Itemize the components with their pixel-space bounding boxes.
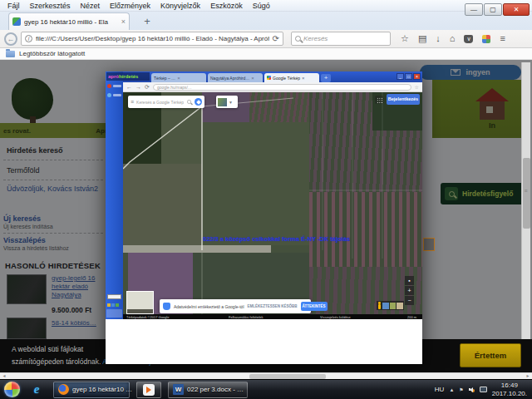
- taskbar-media-button[interactable]: [136, 382, 161, 398]
- hidden-icons-arrow[interactable]: ▲: [449, 387, 454, 392]
- bookmark-star-icon[interactable]: ☆: [401, 34, 409, 43]
- site-logo: apróhirdetés: [106, 72, 150, 81]
- pegman-figure-icon[interactable]: [377, 302, 382, 309]
- inner-maximize-button[interactable]: □: [405, 73, 412, 80]
- hamburger-menu-icon[interactable]: ≡: [500, 34, 505, 43]
- inner-new-tab-button[interactable]: +: [321, 74, 331, 82]
- desktop-screen: Fájl Szerkesztés Nézet Előzmények Könyvj…: [0, 0, 532, 399]
- scrollbar-thumb[interactable]: [523, 158, 530, 229]
- inner-window-controls: _ □ ×: [397, 73, 421, 80]
- volume-icon[interactable]: [469, 387, 475, 392]
- search-icon: [295, 36, 301, 42]
- google-apps-icon[interactable]: [375, 96, 383, 104]
- privacy-text: Adatvédelmi emlékeztető a Google-tól: [174, 304, 244, 309]
- attribution-copyright: Térképadatok ©2017 Google: [126, 315, 169, 319]
- maps-search-placeholder: Keresés a Google Térképen: [136, 100, 184, 105]
- maps-favicon-icon: [267, 76, 271, 80]
- taskbar-clock[interactable]: 16:49 2017.10.20.: [492, 382, 527, 397]
- satellite-map[interactable]: 022/3 a középső csikokkal forma É-NY -DK…: [123, 92, 422, 314]
- menu-edit[interactable]: Szerkesztés: [26, 2, 75, 10]
- toolbar-icons: ☆ ▤ ↓ ⌂ ∨ ≡: [401, 34, 505, 43]
- display-icon[interactable]: [480, 387, 487, 392]
- scroll-right-arrow[interactable]: ▸: [524, 373, 532, 379]
- url-bar[interactable]: i file:///C:/Users/User/Desktop/gyep 16 …: [21, 32, 283, 46]
- map-type-thumbnail: [218, 98, 227, 106]
- clock-date: 2017.10.20.: [492, 390, 527, 397]
- zoom-in-button[interactable]: +: [405, 286, 414, 295]
- pegman-icon[interactable]: ▪: [405, 276, 414, 285]
- firefox-menubar: Fájl Szerkesztés Nézet Előzmények Könyvj…: [0, 0, 532, 12]
- browser-tab[interactable]: gyep 16 hektár10 millió - Ela ×: [8, 12, 130, 30]
- vertical-scrollbar[interactable]: [521, 62, 530, 372]
- menu-file[interactable]: Fájl: [3, 2, 24, 10]
- start-button[interactable]: [4, 382, 20, 397]
- menu-tools[interactable]: Eszközök: [206, 2, 247, 10]
- inner-browser-window: Térkép – …× Nagytálya Apróhird…× Google …: [123, 71, 422, 319]
- map-attribution-bar: Térképadatok ©2017 Google Felhasználási …: [123, 314, 422, 319]
- maximize-button[interactable]: ▢: [484, 3, 502, 16]
- imagery-strip[interactable]: [377, 301, 404, 310]
- menu-help[interactable]: Súgó: [249, 2, 274, 10]
- maps-search-box[interactable]: ≡ Keresés a Google Térképen: [128, 96, 204, 108]
- menu-bookmarks[interactable]: Könyvjelzők: [156, 2, 204, 10]
- inner-bookmark-icon[interactable]: ☆: [415, 84, 419, 90]
- menu-view[interactable]: Nézet: [76, 2, 105, 10]
- language-indicator[interactable]: HU: [435, 386, 445, 393]
- navigation-toolbar: ← i file:///C:/Users/User/Desktop/gyep 1…: [0, 30, 532, 48]
- reload-icon[interactable]: ⟳: [273, 34, 279, 43]
- search-input[interactable]: Keresés: [291, 32, 391, 46]
- library-icon[interactable]: ▤: [418, 34, 426, 43]
- minimize-button[interactable]: —: [465, 3, 483, 16]
- tab-close-icon[interactable]: ×: [121, 17, 126, 26]
- inner-tab-2[interactable]: Nagytálya Apróhird…×: [208, 73, 263, 82]
- word-icon: W: [173, 384, 184, 395]
- page-info-icon[interactable]: i: [25, 35, 32, 42]
- action-center-flag-icon[interactable]: ⚑: [459, 387, 463, 392]
- system-tray: HU ▲ ⚑ 16:49 2017.10.20.: [435, 382, 532, 397]
- inner-tab-1[interactable]: Térkép – …×: [151, 73, 206, 82]
- lightbox-image-popup[interactable]: apróhirdetés Térkép – …× Nagytálya Apróh…: [106, 71, 422, 364]
- taskbar-word-button[interactable]: W 022 per 3.docx - …: [168, 382, 248, 398]
- attribution-terms[interactable]: Felhasználási feltételek: [229, 315, 264, 319]
- bookmark-most-visited[interactable]: Legtöbbször látogatott: [19, 50, 85, 57]
- internet-explorer-icon[interactable]: e: [27, 382, 47, 398]
- imagery-thumb[interactable]: [397, 303, 403, 309]
- privacy-later-link[interactable]: EMLÉKEZTESSEN KÉSŐBB: [248, 304, 298, 308]
- signin-button[interactable]: Bejelentkezés: [387, 94, 420, 105]
- scroll-left-arrow[interactable]: ◂: [0, 373, 8, 379]
- hamburger-icon[interactable]: ≡: [131, 99, 134, 106]
- home-icon[interactable]: ⌂: [450, 34, 456, 43]
- inner-forward-icon[interactable]: →: [135, 83, 141, 91]
- imagery-thumb[interactable]: [382, 303, 389, 309]
- close-button[interactable]: ✕: [503, 3, 530, 16]
- menu-history[interactable]: Előzmények: [106, 2, 155, 10]
- shield-icon: [163, 303, 170, 310]
- inner-minimize-button[interactable]: _: [397, 73, 404, 80]
- directions-icon[interactable]: [195, 98, 202, 106]
- cookie-accept-button[interactable]: Értettem: [460, 343, 521, 367]
- map-mode-thumbnail[interactable]: [126, 291, 154, 314]
- new-tab-button[interactable]: +: [136, 15, 158, 29]
- attribution-feedback[interactable]: Visszajelzés küldése: [320, 315, 351, 319]
- xp-item-red: [107, 83, 121, 88]
- back-button[interactable]: ←: [4, 32, 17, 46]
- inner-back-icon[interactable]: ←: [126, 83, 132, 91]
- taskbar-firefox-button[interactable]: gyep 16 hektár10 …: [53, 382, 130, 398]
- pocket-icon[interactable]: ∨: [464, 35, 473, 43]
- privacy-reminder-bar: Adatvédelmi emlékeztető a Google-tól EML…: [160, 299, 311, 313]
- maps-search-icon[interactable]: [187, 100, 191, 104]
- inner-url-bar[interactable]: google.hu/maps/…: [153, 84, 411, 91]
- imagery-thumb[interactable]: [390, 303, 397, 309]
- inner-close-button[interactable]: ×: [413, 73, 421, 80]
- zoom-out-button[interactable]: −: [405, 296, 414, 305]
- inner-reload-icon[interactable]: ⟳: [145, 83, 150, 91]
- privacy-review-button[interactable]: ÁTTEKINTÉS: [301, 302, 328, 311]
- parcel-boundary-lines: [123, 92, 422, 314]
- clock-time: 16:49: [501, 382, 518, 389]
- inner-tab-active[interactable]: Google Térkép×: [264, 73, 319, 82]
- addon-icon[interactable]: [482, 35, 490, 43]
- xp-item-blue: [107, 92, 121, 97]
- downloads-icon[interactable]: ↓: [436, 34, 441, 43]
- map-type-dropdown[interactable]: ▼: [216, 96, 238, 108]
- horizontal-scrollbar[interactable]: ◂ ▸: [0, 372, 532, 379]
